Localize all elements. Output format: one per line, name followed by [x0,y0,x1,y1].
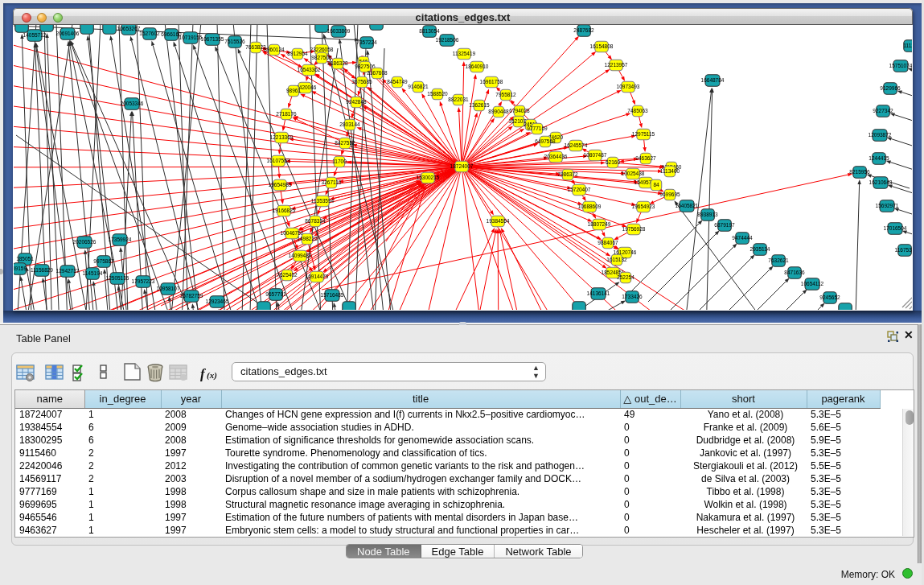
svg-text:11156829: 11156829 [31,267,53,273]
svg-text:7632621: 7632621 [768,257,789,263]
svg-text:12213957: 12213957 [605,62,628,68]
svg-text:8912954: 8912954 [287,51,308,56]
svg-text:6497568: 6497568 [535,138,556,144]
svg-text:18807249: 18807249 [588,221,611,227]
svg-text:252254: 252254 [617,274,634,280]
svg-text:8454749: 8454749 [387,79,408,84]
svg-text:11353594: 11353594 [311,198,335,204]
svg-text:9827505: 9827505 [311,55,332,60]
svg-text:3267110: 3267110 [322,179,342,185]
svg-text:9245652: 9245652 [819,295,840,300]
svg-text:1498222: 1498222 [297,236,318,241]
svg-text:16782759: 16782759 [180,293,203,299]
svg-text:15751074: 15751074 [889,63,912,68]
svg-text:19218506: 19218506 [436,37,459,43]
svg-text:98961: 98961 [286,88,301,93]
svg-text:(x): (x) [207,370,217,381]
svg-text:2487682: 2487682 [573,27,594,33]
svg-text:7986372: 7986372 [557,171,578,177]
svg-text:f: f [200,366,207,381]
svg-text:8822031: 8822031 [448,97,469,102]
svg-text:12213369: 12213369 [270,134,294,140]
svg-text:7625402: 7625402 [277,272,298,278]
svg-text:16914479: 16914479 [306,274,329,279]
svg-text:16210643: 16210643 [869,179,893,185]
svg-text:10653267: 10653267 [117,26,141,31]
svg-text:19384554: 19384554 [487,218,510,224]
svg-text:14099489: 14099489 [289,253,312,258]
svg-text:16033809: 16033809 [327,28,351,34]
svg-text:9699695: 9699695 [659,192,680,197]
svg-text:10025438: 10025438 [622,171,645,176]
svg-text:12923465: 12923465 [206,299,229,304]
svg-text:10688609: 10688609 [578,204,602,209]
svg-text:12505135: 12505135 [106,275,129,281]
svg-text:10654112: 10654112 [801,281,824,286]
svg-text:1113400: 1113400 [660,168,680,174]
svg-text:12093872: 12093872 [869,132,892,138]
svg-text:39159: 39159 [14,266,27,271]
svg-text:1362615: 1362615 [469,102,490,108]
svg-text:8960124: 8960124 [264,47,285,52]
svg-text:15716485: 15716485 [321,292,344,298]
svg-text:16405821: 16405821 [676,203,699,208]
svg-text:15300215: 15300215 [417,175,440,180]
svg-text:1527602: 1527602 [139,31,160,36]
svg-text:8186328: 8186328 [327,60,348,66]
svg-text:19166825: 19166825 [273,208,296,213]
svg-text:16245574: 16245574 [565,142,588,148]
svg-text:8471636: 8471636 [784,270,805,275]
svg-text:8678334: 8678334 [305,218,326,224]
svg-text:9242848: 9242848 [346,99,367,105]
svg-text:12975115: 12975115 [632,131,655,137]
svg-text:16648784: 16648784 [701,77,725,83]
svg-text:20053346: 20053346 [121,101,144,106]
svg-text:10046756: 10046756 [281,230,304,236]
svg-text:7357224: 7357224 [356,39,377,45]
svg-text:11325419: 11325419 [453,51,476,56]
svg-text:16543362: 16543362 [298,67,321,72]
svg-text:9463627: 9463627 [635,155,656,161]
svg-text:7485063: 7485063 [627,108,648,113]
svg-text:1167533: 1167533 [895,247,912,253]
svg-text:10671355: 10671355 [201,36,224,42]
svg-text:2935114: 2935114 [750,246,770,252]
svg-text:20206526: 20206526 [73,239,97,245]
svg-text:9884067: 9884067 [598,240,618,245]
svg-text:11700: 11700 [332,159,347,164]
svg-text:8990448: 8990448 [488,109,509,114]
svg-text:6879197: 6879197 [714,222,735,228]
svg-text:9657791: 9657791 [265,291,286,297]
svg-text:12942737: 12942737 [56,268,80,274]
svg-text:84: 84 [653,182,659,187]
svg-text:7515526: 7515526 [224,39,245,44]
svg-text:1615132: 1615132 [606,257,627,262]
svg-text:3675685: 3675685 [351,79,372,84]
svg-text:19654923: 19654923 [632,204,655,209]
svg-text:10973493: 10973493 [617,84,640,89]
svg-text:19756928: 19756928 [622,226,646,232]
svg-text:2367608: 2367608 [367,70,388,76]
svg-text:17957223: 17957223 [132,278,155,284]
svg-text:2803144: 2803144 [339,122,360,127]
svg-text:9975867: 9975867 [93,258,114,264]
svg-text:10807487: 10807487 [584,152,607,158]
svg-text:7663822: 7663822 [245,44,266,50]
svg-text:185051: 185051 [16,256,34,262]
svg-text:16107553: 16107553 [267,158,290,163]
svg-text:18724007: 18724007 [450,163,474,169]
svg-text:10719155: 10719155 [179,35,203,40]
svg-text:18640910: 18640910 [466,64,489,69]
svg-text:9146821: 9146821 [408,84,429,89]
svg-text:1244415: 1244415 [869,155,889,161]
svg-text:19654985: 19654985 [269,182,292,187]
svg-text:6794028: 6794028 [509,108,530,113]
svg-text:17359924: 17359924 [109,237,132,242]
svg-text:9474444: 9474444 [732,235,753,241]
svg-text:17016504: 17016504 [884,225,907,231]
svg-text:8813054: 8813054 [419,28,440,34]
svg-text:9777169: 9777169 [527,126,548,131]
svg-text:11123: 11123 [903,43,912,48]
svg-text:9129966: 9129966 [880,85,901,91]
svg-text:8215956: 8215956 [849,169,870,175]
